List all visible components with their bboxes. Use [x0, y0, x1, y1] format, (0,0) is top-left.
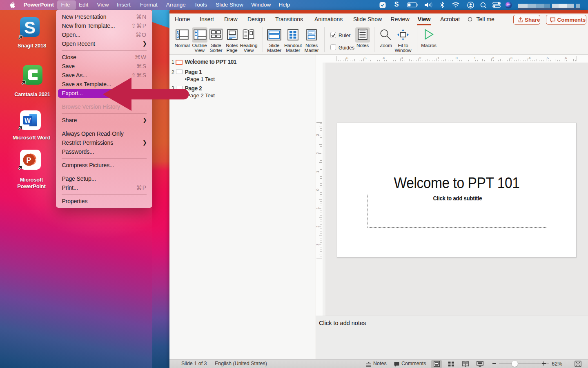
svg-text:S: S [24, 18, 36, 37]
svg-text:P: P [26, 156, 31, 164]
svg-text:W: W [24, 117, 31, 124]
